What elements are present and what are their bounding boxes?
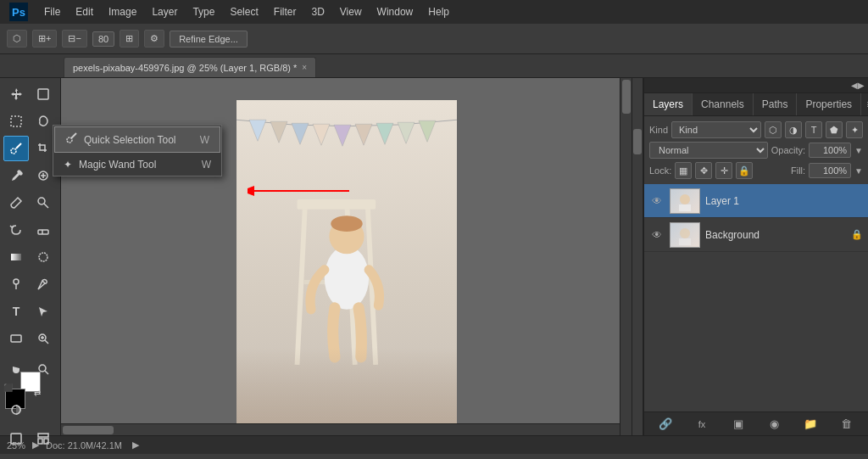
svg-rect-52 <box>679 238 691 245</box>
svg-rect-10 <box>38 230 48 234</box>
layer-visibility-toggle-bg[interactable]: 👁 <box>649 229 665 241</box>
pen-tool[interactable] <box>31 271 56 297</box>
layer-effects-btn[interactable]: fx <box>693 415 711 434</box>
adjustment-filter-icon[interactable]: ◑ <box>785 121 802 138</box>
layer-mask-btn[interactable]: ▣ <box>729 415 748 434</box>
layer-thumbnail-1 <box>670 188 700 214</box>
zoom-tool[interactable] <box>31 326 56 351</box>
layer-item-background[interactable]: 👁 Background 🔒 <box>644 218 868 252</box>
svg-rect-24 <box>11 434 21 444</box>
blur-tool[interactable] <box>31 244 56 270</box>
media-controls[interactable]: ▶ <box>132 439 139 451</box>
gradient-tool[interactable] <box>3 244 29 270</box>
clone-stamp-tool[interactable] <box>31 190 56 216</box>
tab-channels[interactable]: Channels <box>693 93 754 115</box>
magic-wand-menu-item[interactable]: ✦ Magic Wand Tool W <box>53 154 221 176</box>
svg-rect-12 <box>11 254 21 260</box>
opacity-label: Opacity: <box>771 145 805 155</box>
blend-mode-select[interactable]: Normal <box>649 142 768 159</box>
type-tool[interactable]: T <box>3 299 29 324</box>
new-selection-icon: ⬡ <box>13 33 21 44</box>
shape-filter-icon[interactable]: ⬟ <box>826 121 843 138</box>
gear-icon: ⚙ <box>150 33 159 44</box>
eyedropper-tool[interactable] <box>3 163 29 188</box>
menu-filter[interactable]: Filter <box>267 3 303 21</box>
svg-line-18 <box>45 340 48 344</box>
default-colors-icon[interactable]: ⬛ <box>3 383 13 392</box>
kind-label: Kind <box>649 125 668 135</box>
layer-name-1: Layer 1 <box>705 195 863 207</box>
stack-icon-btn[interactable]: ⊞ <box>120 30 139 48</box>
layers-icon: ⊞ <box>125 33 133 44</box>
swap-colors-icon[interactable]: ⇄ <box>34 389 41 398</box>
tab-close-btn[interactable]: × <box>302 63 307 72</box>
rectangle-tool[interactable] <box>3 326 29 351</box>
opacity-arrow: ▼ <box>854 146 863 155</box>
adjustment-layer-btn[interactable]: ◉ <box>765 415 783 434</box>
opacity-value[interactable]: 100% <box>809 143 851 158</box>
lock-label: Lock: <box>649 165 671 176</box>
artboard-tool[interactable] <box>31 81 56 107</box>
menu-view[interactable]: View <box>333 3 369 21</box>
add-selection-btn[interactable]: ⊞+ <box>32 30 57 48</box>
move-tool[interactable] <box>3 81 29 107</box>
marquee-tool[interactable] <box>3 109 29 134</box>
dodge-tool[interactable] <box>3 271 29 297</box>
panel-menu-btn[interactable]: ≡ <box>861 95 868 114</box>
menu-help[interactable]: Help <box>421 3 456 21</box>
gear-btn[interactable]: ⚙ <box>144 30 164 48</box>
left-toolbar: T ⇄ ⬛ <box>0 78 61 435</box>
lock-transparent-pixels-btn[interactable]: ▦ <box>675 162 692 179</box>
menu-3d[interactable]: 3D <box>304 3 331 21</box>
svg-point-48 <box>331 216 362 232</box>
brush-mode-btn[interactable]: ⬡ <box>7 30 27 48</box>
tab-paths[interactable]: Paths <box>754 93 798 115</box>
tab-properties[interactable]: Properties <box>797 93 861 115</box>
layout-icon[interactable] <box>31 426 56 451</box>
subtract-selection-btn[interactable]: ⊟− <box>62 30 86 48</box>
menu-type[interactable]: Type <box>186 3 221 21</box>
menu-edit[interactable]: Edit <box>69 3 100 21</box>
horizontal-scrollbar[interactable] <box>61 423 620 435</box>
delete-layer-btn[interactable]: 🗑 <box>837 415 856 434</box>
menu-window[interactable]: Window <box>370 3 420 21</box>
document-canvas[interactable] <box>236 100 457 431</box>
quick-mask-icon[interactable] <box>3 397 29 423</box>
screen-mode-icon[interactable] <box>3 426 29 451</box>
panel-scrollbar[interactable] <box>632 78 643 435</box>
tool-context-menu: Quick Selection Tool W ✦ Magic Wand Tool… <box>53 125 222 176</box>
document-tab[interactable]: pexels-pixabay-459976.jpg @ 25% (Layer 1… <box>64 57 316 77</box>
layer-lock-icon-bg: 🔒 <box>851 229 863 240</box>
history-brush-tool[interactable] <box>3 217 29 243</box>
tab-layers[interactable]: Layers <box>644 93 693 115</box>
menu-file[interactable]: File <box>37 3 67 21</box>
kind-select[interactable]: Kind <box>671 121 761 138</box>
layer-item-1[interactable]: 👁 Layer 1 <box>644 184 868 218</box>
path-selection-tool[interactable] <box>31 299 56 324</box>
menu-image[interactable]: Image <box>102 3 143 21</box>
quick-selection-tool[interactable] <box>3 136 29 161</box>
layer-visibility-toggle-1[interactable]: 👁 <box>649 195 665 207</box>
pixel-filter-icon[interactable]: ⬡ <box>765 121 782 138</box>
svg-marker-33 <box>270 121 287 143</box>
eraser-tool[interactable] <box>31 217 56 243</box>
svg-rect-50 <box>679 204 691 211</box>
panel-collapse-icon[interactable]: ◀▶ <box>851 81 865 90</box>
quick-selection-menu-item[interactable]: Quick Selection Tool W <box>54 126 220 153</box>
magic-wand-icon: ✦ <box>64 159 72 171</box>
group-layers-btn[interactable]: 📁 <box>801 415 820 434</box>
brush-size-btn[interactable]: 80 <box>92 31 114 47</box>
fill-value[interactable]: 100% <box>809 163 851 178</box>
menu-layer[interactable]: Layer <box>145 3 184 21</box>
lock-image-pixels-btn[interactable]: ✥ <box>695 162 712 179</box>
menu-select[interactable]: Select <box>223 3 264 21</box>
smart-filter-icon[interactable]: ✦ <box>846 121 863 138</box>
lock-all-btn[interactable]: 🔒 <box>736 162 753 179</box>
refine-edge-btn[interactable]: Refine Edge... <box>170 31 248 48</box>
link-layers-btn[interactable]: 🔗 <box>656 415 675 434</box>
brush-tool[interactable] <box>3 190 29 216</box>
type-filter-icon[interactable]: T <box>805 121 822 138</box>
lock-position-btn[interactable]: ✛ <box>715 162 732 179</box>
svg-line-29 <box>71 133 76 138</box>
vertical-scrollbar[interactable] <box>620 78 632 435</box>
